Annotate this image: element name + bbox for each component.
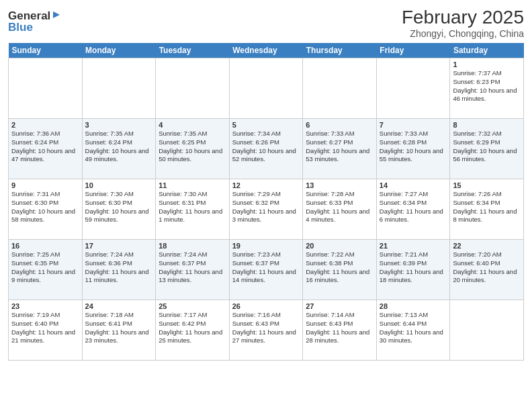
calendar-table: SundayMondayTuesdayWednesdayThursdayFrid… (8, 43, 524, 361)
day-info: Sunrise: 7:37 AM Sunset: 6:23 PM Dayligh… (453, 69, 521, 103)
day-number: 11 (159, 181, 226, 189)
day-number: 4 (159, 121, 226, 129)
day-info: Sunrise: 7:30 AM Sunset: 6:30 PM Dayligh… (85, 190, 153, 224)
day-info: Sunrise: 7:22 AM Sunset: 6:38 PM Dayligh… (306, 250, 373, 285)
day-cell: 21Sunrise: 7:21 AM Sunset: 6:39 PM Dayli… (376, 240, 450, 300)
day-info: Sunrise: 7:33 AM Sunset: 6:27 PM Dayligh… (306, 130, 373, 164)
day-cell (303, 58, 377, 119)
day-info: Sunrise: 7:36 AM Sunset: 6:24 PM Dayligh… (11, 130, 79, 164)
location-subtitle: Zhongyi, Chongqing, China (402, 28, 524, 39)
day-cell: 27Sunrise: 7:14 AM Sunset: 6:43 PM Dayli… (303, 300, 377, 361)
col-header-wednesday: Wednesday (229, 43, 303, 58)
day-number: 18 (159, 242, 226, 250)
svg-marker-0 (53, 11, 60, 18)
day-cell (9, 58, 83, 119)
day-cell: 8Sunrise: 7:32 AM Sunset: 6:29 PM Daylig… (450, 119, 524, 179)
header: General Blue February 2025 Zhongyi, Chon… (8, 7, 524, 39)
day-number: 26 (232, 302, 300, 310)
day-cell: 23Sunrise: 7:19 AM Sunset: 6:40 PM Dayli… (9, 300, 83, 361)
day-number: 14 (380, 181, 447, 189)
day-info: Sunrise: 7:27 AM Sunset: 6:34 PM Dayligh… (380, 190, 447, 224)
logo: General Blue (8, 9, 61, 34)
day-info: Sunrise: 7:25 AM Sunset: 6:35 PM Dayligh… (11, 250, 79, 285)
day-cell: 3Sunrise: 7:35 AM Sunset: 6:24 PM Daylig… (82, 119, 156, 179)
month-title: February 2025 (402, 7, 524, 28)
day-cell: 15Sunrise: 7:26 AM Sunset: 6:34 PM Dayli… (450, 179, 524, 240)
day-number: 21 (380, 242, 447, 250)
day-info: Sunrise: 7:16 AM Sunset: 6:43 PM Dayligh… (232, 311, 300, 345)
logo-blue: Blue (8, 21, 61, 34)
day-info: Sunrise: 7:26 AM Sunset: 6:34 PM Dayligh… (453, 190, 521, 224)
day-cell: 11Sunrise: 7:30 AM Sunset: 6:31 PM Dayli… (156, 179, 230, 240)
day-number: 1 (453, 60, 521, 68)
day-number: 17 (85, 242, 153, 250)
day-info: Sunrise: 7:33 AM Sunset: 6:28 PM Dayligh… (380, 130, 447, 164)
day-info: Sunrise: 7:28 AM Sunset: 6:33 PM Dayligh… (306, 190, 373, 224)
day-number: 8 (453, 121, 521, 129)
day-number: 28 (380, 302, 447, 310)
day-number: 16 (11, 242, 79, 250)
day-number: 23 (11, 302, 79, 310)
day-cell: 22Sunrise: 7:20 AM Sunset: 6:40 PM Dayli… (450, 240, 524, 300)
day-cell: 18Sunrise: 7:24 AM Sunset: 6:37 PM Dayli… (156, 240, 230, 300)
day-number: 27 (306, 302, 373, 310)
day-info: Sunrise: 7:24 AM Sunset: 6:37 PM Dayligh… (159, 250, 226, 285)
calendar-container: General Blue February 2025 Zhongyi, Chon… (0, 0, 532, 367)
col-header-monday: Monday (82, 43, 156, 58)
day-info: Sunrise: 7:24 AM Sunset: 6:36 PM Dayligh… (85, 250, 153, 285)
day-number: 20 (306, 242, 373, 250)
day-number: 25 (159, 302, 226, 310)
col-header-thursday: Thursday (303, 43, 377, 58)
day-cell (450, 300, 524, 361)
day-cell: 4Sunrise: 7:35 AM Sunset: 6:25 PM Daylig… (156, 119, 230, 179)
day-cell: 28Sunrise: 7:13 AM Sunset: 6:44 PM Dayli… (376, 300, 450, 361)
day-cell: 2Sunrise: 7:36 AM Sunset: 6:24 PM Daylig… (9, 119, 83, 179)
day-info: Sunrise: 7:35 AM Sunset: 6:24 PM Dayligh… (85, 130, 153, 164)
day-info: Sunrise: 7:13 AM Sunset: 6:44 PM Dayligh… (380, 311, 447, 345)
day-number: 5 (232, 121, 300, 129)
day-number: 9 (11, 181, 79, 189)
day-info: Sunrise: 7:29 AM Sunset: 6:32 PM Dayligh… (232, 190, 300, 224)
day-info: Sunrise: 7:30 AM Sunset: 6:31 PM Dayligh… (159, 190, 226, 224)
day-number: 6 (306, 121, 373, 129)
day-info: Sunrise: 7:19 AM Sunset: 6:40 PM Dayligh… (11, 311, 79, 345)
day-cell: 10Sunrise: 7:30 AM Sunset: 6:30 PM Dayli… (82, 179, 156, 240)
day-cell: 25Sunrise: 7:17 AM Sunset: 6:42 PM Dayli… (156, 300, 230, 361)
day-number: 10 (85, 181, 153, 189)
col-header-friday: Friday (376, 43, 450, 58)
day-cell: 14Sunrise: 7:27 AM Sunset: 6:34 PM Dayli… (376, 179, 450, 240)
day-cell (376, 58, 450, 119)
day-cell: 9Sunrise: 7:31 AM Sunset: 6:30 PM Daylig… (9, 179, 83, 240)
day-number: 2 (11, 121, 79, 129)
week-row-3: 9Sunrise: 7:31 AM Sunset: 6:30 PM Daylig… (9, 179, 524, 240)
day-cell: 17Sunrise: 7:24 AM Sunset: 6:36 PM Dayli… (82, 240, 156, 300)
calendar-header-row: SundayMondayTuesdayWednesdayThursdayFrid… (9, 43, 524, 58)
col-header-tuesday: Tuesday (156, 43, 230, 58)
day-number: 19 (232, 242, 300, 250)
day-cell: 5Sunrise: 7:34 AM Sunset: 6:26 PM Daylig… (229, 119, 303, 179)
day-number: 22 (453, 242, 521, 250)
day-info: Sunrise: 7:34 AM Sunset: 6:26 PM Dayligh… (232, 130, 300, 164)
week-row-2: 2Sunrise: 7:36 AM Sunset: 6:24 PM Daylig… (9, 119, 524, 179)
week-row-5: 23Sunrise: 7:19 AM Sunset: 6:40 PM Dayli… (9, 300, 524, 361)
day-cell (156, 58, 230, 119)
day-info: Sunrise: 7:31 AM Sunset: 6:30 PM Dayligh… (11, 190, 79, 224)
day-cell: 24Sunrise: 7:18 AM Sunset: 6:41 PM Dayli… (82, 300, 156, 361)
day-cell (82, 58, 156, 119)
day-info: Sunrise: 7:35 AM Sunset: 6:25 PM Dayligh… (159, 130, 226, 164)
day-cell: 19Sunrise: 7:23 AM Sunset: 6:37 PM Dayli… (229, 240, 303, 300)
day-info: Sunrise: 7:18 AM Sunset: 6:41 PM Dayligh… (85, 311, 153, 345)
day-info: Sunrise: 7:21 AM Sunset: 6:39 PM Dayligh… (380, 250, 447, 285)
day-cell: 7Sunrise: 7:33 AM Sunset: 6:28 PM Daylig… (376, 119, 450, 179)
day-cell (229, 58, 303, 119)
day-info: Sunrise: 7:32 AM Sunset: 6:29 PM Dayligh… (453, 130, 521, 164)
col-header-sunday: Sunday (9, 43, 83, 58)
day-cell: 13Sunrise: 7:28 AM Sunset: 6:33 PM Dayli… (303, 179, 377, 240)
day-cell: 6Sunrise: 7:33 AM Sunset: 6:27 PM Daylig… (303, 119, 377, 179)
week-row-4: 16Sunrise: 7:25 AM Sunset: 6:35 PM Dayli… (9, 240, 524, 300)
day-number: 24 (85, 302, 153, 310)
day-number: 13 (306, 181, 373, 189)
day-cell: 16Sunrise: 7:25 AM Sunset: 6:35 PM Dayli… (9, 240, 83, 300)
day-info: Sunrise: 7:17 AM Sunset: 6:42 PM Dayligh… (159, 311, 226, 345)
day-cell: 26Sunrise: 7:16 AM Sunset: 6:43 PM Dayli… (229, 300, 303, 361)
